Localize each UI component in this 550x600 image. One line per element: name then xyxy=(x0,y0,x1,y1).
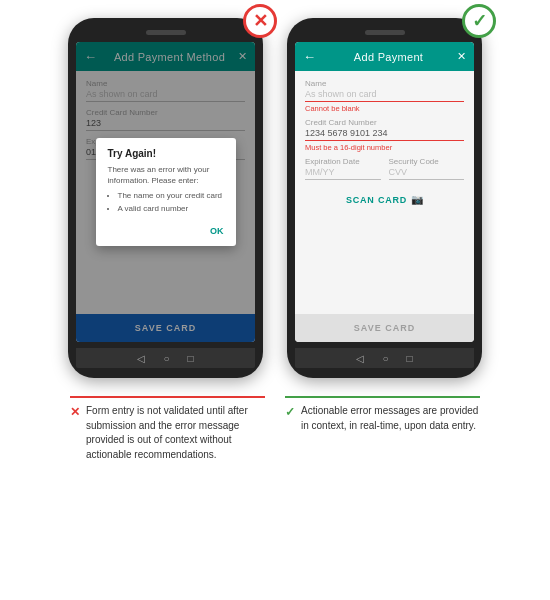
good-cc-label: Credit Card Number xyxy=(305,118,464,127)
bad-dialog-item-1: The name on your credit card xyxy=(118,190,224,201)
bad-nav-back[interactable]: ◁ xyxy=(137,353,145,364)
good-nav-back[interactable]: ◁ xyxy=(356,353,364,364)
good-back-arrow[interactable]: ← xyxy=(303,49,316,64)
good-exp-cvv-row: Expiration Date MM/YY Security Code CVV xyxy=(305,157,464,186)
captions-row: ✕ Form entry is not validated until afte… xyxy=(20,396,530,462)
good-name-input[interactable]: As shown on card xyxy=(305,89,464,102)
good-cc-input[interactable]: 1234 5678 9101 234 xyxy=(305,128,464,141)
good-caption-block: ✓ Actionable error messages are provided… xyxy=(285,396,480,462)
good-camera-icon: 📷 xyxy=(411,194,423,205)
bad-nav-recents[interactable]: □ xyxy=(188,353,194,364)
good-phone-navbar: ◁ ○ □ xyxy=(295,348,474,368)
good-cvv-label: Security Code xyxy=(389,157,465,166)
good-app-header: ← Add Payment ✕ xyxy=(295,42,474,71)
good-badge: ✓ xyxy=(462,4,496,38)
bad-dialog-overlay: Try Again! There was an error with your … xyxy=(76,42,255,342)
good-cvv-col: Security Code CVV xyxy=(389,157,465,186)
bad-dialog-body: There was an error with your information… xyxy=(108,164,224,214)
bad-dialog-box: Try Again! There was an error with your … xyxy=(96,138,236,246)
good-exp-input[interactable]: MM/YY xyxy=(305,167,381,180)
good-divider xyxy=(285,396,480,398)
good-caption-icon: ✓ xyxy=(285,405,295,419)
bad-phone: ← Add Payment Method ✕ Name As shown on … xyxy=(68,18,263,378)
bad-dialog-actions: OK xyxy=(108,220,224,238)
bad-caption-text: Form entry is not validated until after … xyxy=(86,404,265,462)
bad-dialog-ok-button[interactable]: OK xyxy=(210,226,224,236)
phone-speaker-good xyxy=(365,30,405,35)
good-header-title: Add Payment xyxy=(320,51,456,63)
good-name-error: Cannot be blank xyxy=(305,104,464,113)
phone-speaker-bad xyxy=(146,30,186,35)
good-phone: ← Add Payment ✕ Name As shown on card Ca… xyxy=(287,18,482,378)
bad-caption-block: ✕ Form entry is not validated until afte… xyxy=(70,396,265,462)
bad-dialog-item-2: A valid card number xyxy=(118,203,224,214)
good-exp-col: Expiration Date MM/YY xyxy=(305,157,381,186)
bad-nav-home[interactable]: ○ xyxy=(163,353,169,364)
bad-divider xyxy=(70,396,265,398)
good-close-button[interactable]: ✕ xyxy=(457,50,466,63)
bad-badge: ✕ xyxy=(243,4,277,38)
good-caption: ✓ Actionable error messages are provided… xyxy=(285,404,480,433)
bad-phone-navbar: ◁ ○ □ xyxy=(76,348,255,368)
good-nav-recents[interactable]: □ xyxy=(407,353,413,364)
good-name-label: Name xyxy=(305,79,464,88)
bad-caption: ✕ Form entry is not validated until afte… xyxy=(70,404,265,462)
good-nav-home[interactable]: ○ xyxy=(382,353,388,364)
good-scan-card-button[interactable]: SCAN CARD xyxy=(346,195,407,205)
bad-dialog-title: Try Again! xyxy=(108,148,224,159)
bad-caption-icon: ✕ xyxy=(70,405,80,419)
good-scan-card-row: SCAN CARD 📷 xyxy=(305,194,464,205)
good-caption-text: Actionable error messages are provided i… xyxy=(301,404,480,433)
good-cvv-input[interactable]: CVV xyxy=(389,167,465,180)
good-cc-error: Must be a 16-digit number xyxy=(305,143,464,152)
good-form-content: Name As shown on card Cannot be blank Cr… xyxy=(295,71,474,314)
good-save-card-button[interactable]: SAVE CARD xyxy=(295,314,474,342)
bad-phone-screen: ← Add Payment Method ✕ Name As shown on … xyxy=(76,42,255,342)
good-phone-screen: ← Add Payment ✕ Name As shown on card Ca… xyxy=(295,42,474,342)
good-exp-label: Expiration Date xyxy=(305,157,381,166)
